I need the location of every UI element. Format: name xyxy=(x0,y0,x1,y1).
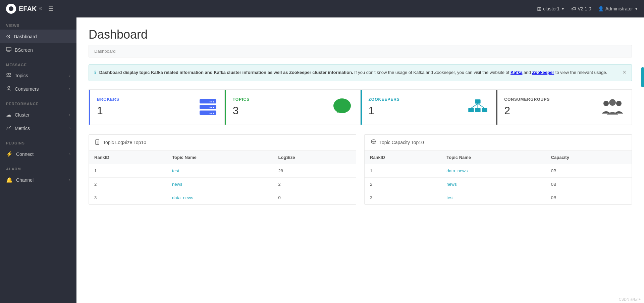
sidebar-section-message: MESSAGE xyxy=(0,57,76,69)
scrollbar-thumb[interactable] xyxy=(641,67,644,87)
consumergroups-icon xyxy=(601,99,624,116)
svg-line-12 xyxy=(478,103,484,108)
main-inner: Dashboard Dashboard ℹ Dashboard display … xyxy=(76,17,644,215)
logsize-value: 2 xyxy=(273,177,356,191)
capacity-table-header-row: RankID Topic Name Capacity xyxy=(365,151,632,164)
stat-card-zookeepers: ZOOKEEPERS 1 xyxy=(360,89,496,125)
logsize-col-topicname: Topic Name xyxy=(167,151,273,164)
consumergroups-label: CONSUMERGROUPS xyxy=(504,97,550,102)
page-title: Dashboard xyxy=(89,28,632,42)
document-icon xyxy=(95,139,100,145)
stat-card-topics: TOPICS 3 xyxy=(224,89,360,125)
capacity-table-title: Topic Capacity Top10 xyxy=(379,140,424,145)
cluster-label: cluster1 xyxy=(543,6,559,11)
capacity-value: 0B xyxy=(546,191,632,204)
sidebar-item-metrics-inner: Metrics xyxy=(6,125,30,131)
sidebar-item-consumers-label: Consumers xyxy=(15,86,39,92)
sidebar-item-channel[interactable]: 🔔 Channel › xyxy=(0,173,76,187)
capacity-rank: 3 xyxy=(365,191,441,204)
admin-menu[interactable]: 👤 Administrator ▼ xyxy=(598,6,638,11)
logsize-value: 28 xyxy=(273,164,356,177)
sidebar-item-bscreen-label: BScreen xyxy=(15,47,33,53)
capacity-table-card: Topic Capacity Top10 RankID Topic Name C… xyxy=(364,134,632,205)
svg-point-7 xyxy=(333,98,351,113)
channel-chevron-icon: › xyxy=(69,178,70,182)
sidebar-item-bscreen[interactable]: BScreen xyxy=(0,43,76,57)
topics-stat-label: TOPICS xyxy=(233,97,250,102)
sidebar-item-channel-label: Channel xyxy=(16,177,34,183)
sidebar-item-metrics[interactable]: Metrics › xyxy=(0,122,76,135)
kafka-link[interactable]: Kafka xyxy=(511,70,522,75)
connect-chevron-icon: › xyxy=(69,152,70,157)
logsize-table: RankID Topic Name LogSize 1 test 28 2 ne… xyxy=(89,151,356,204)
layout: VIEWS ⊙ Dashboard BScreen MESSAGE Topics xyxy=(0,17,644,303)
logsize-table-header-row: RankID Topic Name LogSize xyxy=(89,151,356,164)
app-logo: EFAK © xyxy=(6,4,42,14)
zookeeper-link[interactable]: Zookeeper xyxy=(532,70,554,75)
svg-rect-13 xyxy=(469,108,474,112)
version-label: 🏷 V2.1.0 xyxy=(571,6,591,11)
svg-point-6 xyxy=(8,86,10,88)
sidebar-item-topics[interactable]: Topics › xyxy=(0,69,76,82)
sidebar-item-cluster[interactable]: ☁ Cluster › xyxy=(0,108,76,122)
cluster-caret: ▼ xyxy=(561,7,565,11)
sidebar-item-dashboard-label: Dashboard xyxy=(14,34,37,39)
metrics-chevron-icon: › xyxy=(69,126,70,131)
logsize-topic[interactable]: data_news xyxy=(167,191,273,204)
app-badge: © xyxy=(39,6,42,11)
topnav-left: EFAK © ☰ xyxy=(6,4,54,14)
capacity-value: 0B xyxy=(546,164,632,177)
sidebar-item-dashboard-inner: ⊙ Dashboard xyxy=(6,33,37,40)
capacity-rank: 2 xyxy=(365,177,441,191)
topics-stat-value: 3 xyxy=(233,104,250,117)
info-banner-text: ℹ Dashboard display topic Kafka related … xyxy=(94,69,619,76)
capacity-table-row: 1 data_news 0B xyxy=(365,164,632,177)
svg-rect-0 xyxy=(6,47,11,51)
logo-circle xyxy=(6,4,16,14)
logsize-col-logsize: LogSize xyxy=(273,151,356,164)
capacity-col-topicname: Topic Name xyxy=(441,151,545,164)
capacity-topic[interactable]: test xyxy=(441,191,545,204)
menu-icon[interactable]: ☰ xyxy=(48,5,54,12)
capacity-topic[interactable]: data_news xyxy=(441,164,545,177)
bscreen-icon xyxy=(6,47,11,53)
info-banner-normal: If you don't know the usage of Kafka and… xyxy=(354,70,511,75)
svg-point-5 xyxy=(9,73,11,75)
connect-icon: ⚡ xyxy=(6,151,13,157)
capacity-header-icon xyxy=(371,139,377,146)
capacity-table: RankID Topic Name Capacity 1 data_news 0… xyxy=(365,151,632,204)
stat-card-topics-info: TOPICS 3 xyxy=(233,97,250,117)
cluster-selector[interactable]: ⊞ cluster1 ▼ xyxy=(537,6,565,12)
capacity-topic[interactable]: news xyxy=(441,177,545,191)
logsize-table-header: Topic LogSize Top10 xyxy=(89,135,356,151)
svg-rect-9 xyxy=(475,99,481,104)
broker-bar-3 xyxy=(200,111,216,115)
logsize-topic[interactable]: test xyxy=(167,164,273,177)
capacity-value: 0B xyxy=(546,177,632,191)
stat-card-consumergroups-info: CONSUMERGROUPS 2 xyxy=(504,97,550,117)
logsize-rank: 2 xyxy=(89,177,167,191)
sidebar-item-consumers-inner: Consumers xyxy=(6,86,39,92)
broker-bar-2 xyxy=(200,105,216,109)
sidebar-item-consumers[interactable]: Consumers › xyxy=(0,82,76,96)
info-banner-close-button[interactable]: × xyxy=(623,69,626,75)
sidebar-item-dashboard[interactable]: ⊙ Dashboard xyxy=(0,30,76,43)
topics-icon-area xyxy=(332,97,352,117)
stat-card-brokers-info: BROKERS 1 xyxy=(97,97,119,117)
sidebar-section-views: VIEWS xyxy=(0,17,76,30)
logsize-table-row: 1 test 28 xyxy=(89,164,356,177)
sidebar: VIEWS ⊙ Dashboard BScreen MESSAGE Topics xyxy=(0,17,76,303)
sidebar-item-topics-label: Topics xyxy=(15,73,28,78)
sidebar-item-metrics-label: Metrics xyxy=(15,126,30,131)
logsize-topic[interactable]: news xyxy=(167,177,273,191)
capacity-rank: 1 xyxy=(365,164,441,177)
broker-bar-1 xyxy=(200,99,216,103)
logsize-table-title: Topic LogSize Top10 xyxy=(103,140,146,145)
capacity-table-row: 3 test 0B xyxy=(365,191,632,204)
capacity-col-rankid: RankID xyxy=(365,151,441,164)
sidebar-item-cluster-label: Cluster xyxy=(15,112,30,118)
sidebar-item-connect[interactable]: ⚡ Connect › xyxy=(0,147,76,161)
info-icon: ℹ xyxy=(94,70,96,75)
logsize-col-rankid: RankID xyxy=(89,151,167,164)
topics-icon xyxy=(6,73,11,79)
